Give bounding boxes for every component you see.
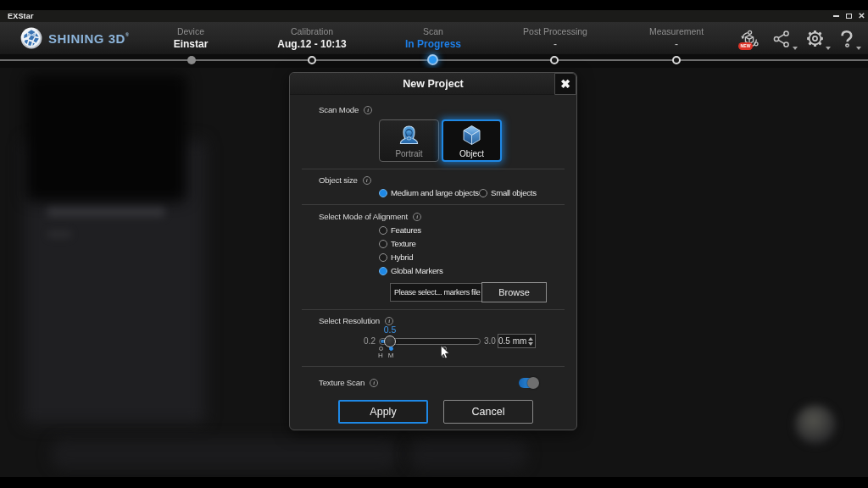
help-caret-icon	[856, 47, 861, 50]
top-black-strip	[0, 0, 868, 10]
object-label: Object	[459, 149, 484, 158]
spinner-up-icon[interactable]	[528, 337, 533, 341]
new-badge: NEW	[738, 42, 753, 50]
texture-scan-toggle[interactable]	[519, 378, 538, 388]
progress-dot-device[interactable]	[187, 56, 196, 64]
scan-mode-object-button[interactable]: Object	[442, 119, 502, 162]
tick-high	[379, 347, 383, 351]
dialog-header: New Project	[290, 73, 576, 95]
window-titlebar: EXStar	[0, 10, 868, 22]
alignment-label: Select Mode of Alignment i	[319, 212, 421, 221]
radio-hybrid[interactable]: Hybrid	[379, 252, 413, 262]
progress-dot-scan[interactable]	[427, 54, 438, 65]
slider-max-label: 3.0	[484, 336, 497, 346]
step-measurement[interactable]: Measurement -	[604, 25, 748, 57]
alignment-info-icon[interactable]: i	[413, 213, 421, 221]
object-cube-icon	[460, 124, 483, 147]
share-icon	[771, 29, 792, 49]
window-title: EXStar	[8, 12, 34, 20]
mouse-cursor	[440, 345, 450, 360]
tick-medium	[389, 347, 393, 351]
blurred-toolbar-right	[409, 439, 527, 469]
blurred-round-button	[795, 405, 836, 444]
radio-small-objects[interactable]: Small objects	[479, 188, 537, 197]
scan-mode-label: Scan Mode i	[319, 105, 372, 114]
radio-label: Features	[391, 225, 421, 235]
radio-icon	[479, 189, 487, 197]
toggle-knob	[527, 377, 539, 389]
scan-mode-portrait-button[interactable]: Portrait	[379, 119, 439, 162]
minimize-button[interactable]	[830, 10, 843, 22]
slider-min-label: 0.2	[361, 336, 376, 346]
browse-button[interactable]: Browse	[481, 282, 547, 302]
markers-file-input[interactable]: Please select... markers file	[390, 283, 482, 302]
texture-scan-info-icon[interactable]: i	[370, 379, 378, 387]
blurred-text-line-2	[47, 230, 71, 238]
tick-label-high: H	[376, 352, 385, 359]
dialog-close-button[interactable]: ✖	[554, 73, 576, 95]
blurred-text-line	[47, 208, 165, 217]
step-label: Measurement	[604, 26, 748, 36]
shining3d-logo-icon	[20, 27, 42, 49]
share-caret-icon	[793, 47, 798, 50]
spinner-arrows	[526, 335, 534, 347]
radio-global-markers[interactable]: Global Markers	[379, 266, 443, 275]
object-size-label: Object size i	[319, 175, 371, 185]
radio-icon	[379, 189, 387, 197]
radio-icon	[379, 226, 387, 235]
divider	[302, 204, 565, 205]
portrait-icon	[398, 124, 420, 147]
scan-mode-info-icon[interactable]: i	[364, 106, 372, 114]
tick-label-medium: M	[387, 352, 395, 359]
radio-features[interactable]: Features	[379, 225, 421, 235]
brand: SHINING 3D®	[20, 22, 130, 54]
cancel-button[interactable]: Cancel	[443, 400, 533, 424]
radio-icon	[379, 253, 387, 262]
step-value: -	[604, 38, 748, 50]
brand-name: SHINING 3D®	[48, 31, 130, 46]
radio-label: Texture	[391, 239, 416, 248]
spinner-down-icon[interactable]	[528, 342, 533, 346]
share-button[interactable]	[771, 29, 792, 53]
progress-dot-measurement[interactable]	[672, 56, 681, 64]
exstar-window: EXStar ✕	[0, 0, 868, 488]
progress-dot-calibration[interactable]	[308, 56, 316, 64]
settings-caret-icon	[826, 47, 831, 50]
radio-label: Small objects	[491, 188, 537, 197]
slider-value: 0.5	[378, 324, 402, 335]
model-community-button[interactable]: NEW	[738, 29, 760, 53]
gear-icon	[805, 29, 825, 48]
texture-scan-label: Texture Scan i	[319, 378, 378, 387]
resolution-info-icon[interactable]: i	[385, 317, 393, 325]
dialog-title: New Project	[290, 73, 576, 95]
divider	[302, 366, 565, 367]
settings-button[interactable]	[805, 29, 825, 53]
bottom-black-bar	[0, 477, 868, 488]
help-button[interactable]	[838, 29, 855, 53]
divider	[302, 309, 565, 310]
progress-dot-post-processing[interactable]	[550, 56, 559, 64]
spinner-value: 0.5 mm	[498, 336, 526, 346]
new-project-dialog: New Project ✖ Scan Mode i Portrait	[289, 72, 577, 430]
apply-button[interactable]: Apply	[338, 400, 428, 424]
blurred-toolbar-left	[51, 439, 398, 469]
window-controls: ✕	[830, 10, 868, 22]
radio-label: Medium and large objects	[391, 188, 479, 197]
radio-texture[interactable]: Texture	[379, 239, 416, 248]
blurred-preview-window	[25, 75, 186, 202]
slider-thumb[interactable]	[384, 336, 396, 347]
radio-label: Hybrid	[391, 252, 413, 262]
portrait-label: Portrait	[395, 149, 422, 158]
divider	[302, 169, 565, 169]
radio-label: Global Markers	[391, 266, 443, 275]
radio-icon	[379, 240, 387, 248]
maximize-button[interactable]	[843, 10, 855, 22]
radio-medium-large-objects[interactable]: Medium and large objects	[379, 188, 479, 197]
resolution-spinner[interactable]: 0.5 mm	[498, 334, 536, 348]
question-icon	[838, 29, 855, 49]
radio-icon	[379, 267, 387, 275]
object-size-info-icon[interactable]: i	[363, 176, 371, 185]
window-close-button[interactable]: ✕	[855, 10, 868, 22]
